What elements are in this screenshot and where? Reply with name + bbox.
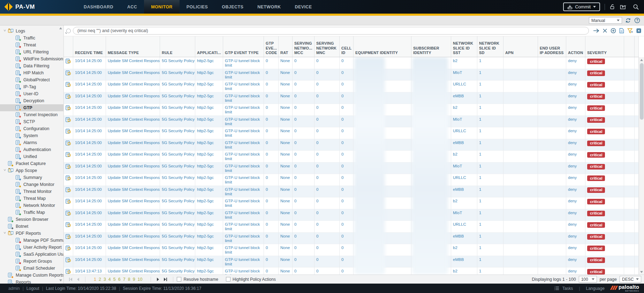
refresh-icon[interactable] [625,17,631,23]
cell-text[interactable]: 0 [316,105,318,110]
sidebar-item-user-activity-report[interactable]: User Activity Report [0,244,63,251]
add-filter-icon[interactable] [611,28,616,33]
log-detail-icon[interactable] [66,222,71,227]
cell-text[interactable]: deny [568,211,577,215]
page-3[interactable]: 3 [104,277,106,282]
cell-text[interactable]: None [280,199,290,203]
sidebar-item-ip-tag[interactable]: IP-Tag [0,83,63,90]
cell-text[interactable]: URLLC [453,222,466,226]
tab-policies[interactable]: POLICIES [180,0,215,14]
cell-text[interactable]: 5G Security Policy [162,129,195,133]
cell-text[interactable]: 0 [341,211,343,215]
cell-text[interactable]: GTP-U tunnel block limit [225,234,260,243]
cell-text[interactable]: None [280,211,290,215]
cell-text[interactable]: eMBB [453,94,464,98]
cell-text[interactable]: b2 [453,152,457,156]
cell-text[interactable]: 0 [341,175,343,180]
cell-text[interactable]: deny [568,164,577,168]
cell-text[interactable]: 0 [341,164,343,168]
scrollbar-thumb[interactable] [640,63,644,120]
cell-text[interactable]: GTP-U tunnel block limit [225,199,260,208]
cell-text[interactable]: 0 [341,141,343,145]
cell-text[interactable]: Update SM Context Response [108,199,160,203]
next-page-button[interactable] [154,278,161,281]
cell-text[interactable]: deny [568,234,577,238]
tab-acc[interactable]: ACC [120,0,144,14]
cell-text[interactable]: 1 [479,94,481,98]
log-detail-icon[interactable] [66,199,71,204]
cell-text[interactable]: 0 [316,164,318,168]
cell-text[interactable]: None [280,59,290,63]
cell-text[interactable]: 5G Security Policy [162,94,195,98]
cell-text[interactable]: 0 [294,222,296,226]
cell-text[interactable]: 0 [294,117,296,121]
cell-text[interactable]: Update SM Context Response [108,257,160,262]
sidebar-item-configuration[interactable]: Configuration [0,125,63,132]
cell-text[interactable]: b2 [453,59,457,63]
cell-text[interactable]: 0 [266,94,268,98]
column-header-action[interactable]: ACTION [566,36,585,57]
cell-text[interactable]: Update SM Context Response [108,211,160,215]
cell-text[interactable]: 1 [479,211,481,215]
tab-objects[interactable]: OBJECTS [215,0,250,14]
cell-text[interactable]: 1 [479,82,481,86]
cell-text[interactable]: 1 [479,152,481,156]
tasks-link[interactable]: Tasks [562,286,573,291]
cell-text[interactable]: 0 [266,187,268,191]
cell-text[interactable]: 0 [294,152,296,156]
cell-text[interactable]: 10/14 14:25:00 [75,117,102,121]
cell-text[interactable]: 0 [341,246,343,250]
log-detail-icon[interactable] [66,187,71,193]
cell-text[interactable]: None [280,222,290,226]
log-detail-icon[interactable] [66,129,71,134]
resolve-hostname-checkbox[interactable] [177,277,181,281]
column-header-equipment_identity[interactable]: EQUIPMENT IDENTITY [354,36,411,57]
config-push-icon[interactable] [620,4,628,10]
scroll-down-arrow[interactable] [639,269,644,275]
logout-link[interactable]: Logout [26,286,39,291]
cell-text[interactable]: http2-5gc [197,152,214,156]
cell-text[interactable]: GTP-U tunnel block limit [225,59,260,67]
cell-text[interactable]: MIoT [453,117,462,121]
cell-text[interactable]: 5G Security Policy [162,199,195,203]
cell-text[interactable]: GTP-U tunnel block limit [225,269,260,275]
cell-text[interactable]: 5G Security Policy [162,257,195,262]
cell-text[interactable]: GTP-U tunnel block limit [225,222,260,231]
sidebar-item-hip-match[interactable]: HIP Match [0,69,63,76]
cell-text[interactable]: None [280,70,290,75]
cell-text[interactable]: 1 [479,105,481,110]
tab-monitor[interactable]: MONITOR [144,0,180,14]
cell-text[interactable]: deny [568,257,577,262]
cell-text[interactable]: 0 [294,164,296,168]
column-header-serving_network_mcc[interactable]: SERVING NETWO... MCC [293,36,315,57]
sidebar-item-session-browser[interactable]: Session Browser [0,216,63,223]
cell-text[interactable]: b2 [453,199,457,203]
tab-device[interactable]: DEVICE [288,0,319,14]
cell-text[interactable]: http2-5gc [197,82,214,86]
cell-text[interactable]: 0 [294,129,296,133]
cell-text[interactable]: 10/14 14:25:00 [75,257,102,262]
page-1[interactable]: 1 [94,277,96,282]
sidebar-item-gtp[interactable]: GTP [0,104,63,111]
cell-text[interactable]: 0 [294,105,296,110]
cell-text[interactable]: 10/14 14:25:00 [75,187,102,191]
cell-text[interactable]: 0 [341,187,343,191]
cell-text[interactable]: MIoT [453,70,462,75]
cell-text[interactable]: 10/14 14:25:00 [75,199,102,203]
column-header-application[interactable]: APPLICATI... [195,36,223,57]
log-detail-icon[interactable] [66,257,71,263]
sidebar-item-manage-pdf-summary[interactable]: Manage PDF Summary [0,237,63,244]
tree-expand-icon[interactable]: > [3,169,7,172]
cell-text[interactable]: 10/14 14:25:00 [75,59,102,63]
sidebar-item-traffic[interactable]: Traffic [0,35,63,42]
cell-text[interactable]: http2-5gc [197,234,214,238]
column-header-network_slice_id_sd[interactable]: NETWORK SLICE ID SD [477,36,503,57]
sidebar-item-system[interactable]: System [0,132,63,139]
cell-text[interactable]: GTP-U tunnel block limit [225,117,260,126]
sidebar-item-traffic-map[interactable]: Traffic Map [0,209,63,216]
cell-text[interactable]: GTP-U tunnel block limit [225,175,260,184]
sidebar-scroll-down[interactable] [59,278,62,282]
sidebar-item-summary[interactable]: Summary [0,174,63,181]
cell-text[interactable]: 10/14 14:25:00 [75,152,102,156]
sidebar-item-botnet[interactable]: Botnet [0,223,63,230]
